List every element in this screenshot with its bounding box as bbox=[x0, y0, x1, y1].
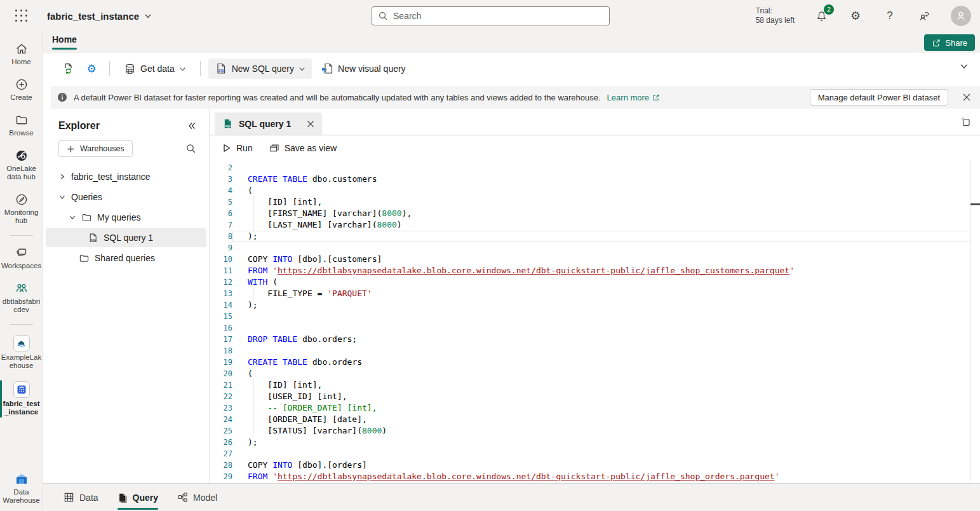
view-tab-data[interactable]: Data bbox=[64, 484, 98, 511]
get-data-button[interactable]: Get data bbox=[117, 58, 192, 79]
share-icon bbox=[932, 38, 941, 48]
nav-home[interactable]: Home bbox=[0, 38, 43, 70]
code-line[interactable]: 24 [ORDER_DATE] [date], bbox=[210, 414, 980, 425]
tree-item-warehouse[interactable]: fabric_test_instance bbox=[46, 167, 206, 186]
play-icon bbox=[222, 144, 231, 153]
ribbon-toolbar: ⚙ Get data SQL New SQL query New visual … bbox=[43, 53, 980, 85]
query-settings-button[interactable]: ⚙ bbox=[81, 58, 102, 79]
share-button[interactable]: Share bbox=[924, 34, 975, 51]
code-line[interactable]: 16 bbox=[210, 322, 980, 334]
workspace-title-dropdown[interactable]: fabric_test_instance bbox=[47, 11, 152, 22]
code-line[interactable]: 3CREATE TABLE dbo.customers bbox=[210, 174, 980, 185]
model-diagram-icon bbox=[177, 492, 188, 503]
nav-create[interactable]: Create bbox=[0, 74, 43, 106]
code-line[interactable]: 9 bbox=[210, 242, 980, 254]
chevron-down-icon bbox=[69, 214, 76, 221]
code-line[interactable]: 7 [LAST_NAME] [varchar](8000) bbox=[210, 219, 980, 231]
monitoring-hub-icon bbox=[15, 193, 29, 207]
code-line[interactable]: 21 [ID] [int], bbox=[210, 379, 980, 391]
banner-close-button[interactable] bbox=[962, 93, 971, 102]
tree-item-shared-queries[interactable]: Shared queries bbox=[46, 249, 206, 268]
line-number: 7 bbox=[210, 219, 232, 231]
copy-icon[interactable] bbox=[960, 116, 971, 128]
code-line[interactable]: 12WITH ( bbox=[210, 276, 980, 288]
banner-text: A default Power BI dataset for faster re… bbox=[74, 93, 601, 102]
manage-default-dataset-button[interactable]: Manage default Power BI dataset bbox=[810, 89, 948, 106]
nav-item-fabric-test-instance[interactable]: fabric_test_instance bbox=[0, 378, 43, 420]
tree-item-my-queries[interactable]: My queries bbox=[46, 208, 206, 227]
line-number: 12 bbox=[210, 276, 232, 288]
new-sql-query-button[interactable]: SQL New SQL query bbox=[208, 58, 312, 79]
code-line[interactable]: 10COPY INTO [dbo].[customers] bbox=[210, 254, 980, 265]
save-as-view-button[interactable]: Save as view bbox=[269, 143, 337, 153]
code-line[interactable]: 4( bbox=[210, 185, 980, 196]
code-line[interactable]: 5 [ID] [int], bbox=[210, 196, 980, 208]
settings-button[interactable]: ⚙ bbox=[848, 8, 863, 24]
explorer-panel: Explorer Warehouses fabric_test_instance… bbox=[43, 109, 210, 483]
code-line[interactable]: 13 FILE_TYPE = 'PARQUET' bbox=[210, 288, 980, 299]
tree-item-queries[interactable]: Queries bbox=[46, 187, 206, 207]
help-button[interactable]: ? bbox=[882, 8, 897, 24]
code-line[interactable]: 25 [STATUS] [varchar](8000) bbox=[210, 425, 980, 437]
code-text: FILE_TYPE = 'PARQUET' bbox=[232, 288, 971, 299]
code-line[interactable]: 18 bbox=[210, 345, 980, 357]
nav-monitoring-hub[interactable]: Monitoring hub bbox=[0, 189, 43, 229]
tab-home[interactable]: Home bbox=[52, 34, 77, 50]
notifications-button[interactable]: 2 bbox=[814, 8, 829, 24]
learn-more-link[interactable]: Learn more bbox=[607, 93, 660, 102]
code-line[interactable]: 19CREATE TABLE dbo.orders bbox=[210, 357, 980, 368]
line-number: 18 bbox=[210, 345, 232, 357]
nav-browse[interactable]: Browse bbox=[0, 109, 43, 141]
line-number: 20 bbox=[210, 368, 232, 379]
code-line[interactable]: 29FROM 'https://dbtlabsynapsedatalake.bl… bbox=[210, 471, 980, 482]
code-line[interactable]: 14); bbox=[210, 299, 980, 311]
code-line[interactable]: 26); bbox=[210, 437, 980, 448]
visual-query-icon bbox=[321, 62, 333, 75]
explorer-tree: fabric_test_instance Queries My queries … bbox=[43, 167, 209, 268]
app-launcher-icon[interactable] bbox=[15, 10, 28, 22]
tree-item-sql-query-1[interactable]: SQL SQL query 1 bbox=[46, 228, 206, 247]
close-tab-button[interactable] bbox=[307, 120, 314, 128]
code-line[interactable]: 17DROP TABLE dbo.orders; bbox=[210, 334, 980, 345]
code-line[interactable]: 22 [USER_ID] [int], bbox=[210, 391, 980, 402]
home-icon bbox=[15, 42, 29, 56]
new-warehouse-button[interactable]: Warehouses bbox=[58, 140, 133, 157]
search-icon[interactable] bbox=[186, 144, 196, 154]
code-line[interactable]: 28COPY INTO [dbo].[orders] bbox=[210, 460, 980, 471]
run-button[interactable]: Run bbox=[222, 143, 253, 153]
nav-data-warehouse[interactable]: Data Warehouse bbox=[0, 468, 43, 508]
svg-text:SQL: SQL bbox=[218, 69, 225, 72]
line-number: 3 bbox=[210, 174, 232, 185]
feedback-button[interactable] bbox=[916, 8, 932, 24]
nav-item-examplelakehouse[interactable]: ExampleLakehouse bbox=[0, 331, 43, 374]
view-tab-query[interactable]: Query bbox=[117, 484, 158, 511]
line-number: 13 bbox=[210, 288, 232, 299]
code-line[interactable]: 2 bbox=[210, 162, 980, 174]
code-line[interactable]: 8); bbox=[210, 231, 980, 242]
nav-workspaces[interactable]: Workspaces bbox=[0, 242, 43, 274]
scrollbar[interactable] bbox=[970, 160, 971, 483]
code-text: COPY INTO [dbo].[customers] bbox=[232, 254, 971, 265]
collapse-ribbon-button[interactable] bbox=[960, 62, 969, 71]
code-line[interactable]: 20( bbox=[210, 368, 980, 379]
view-tab-model[interactable]: Model bbox=[177, 484, 217, 511]
code-line[interactable]: 27 bbox=[210, 448, 980, 460]
query-tab-sql-query-1[interactable]: SQL SQL query 1 bbox=[215, 112, 322, 135]
nav-workspace-dbtlabsfabricdev[interactable]: dbtlabsfabricdev bbox=[0, 278, 43, 318]
nav-onelake-data-hub[interactable]: OneLake data hub bbox=[0, 145, 43, 185]
line-number: 16 bbox=[210, 322, 232, 334]
search-input[interactable] bbox=[393, 11, 603, 21]
code-line[interactable]: 6 [FIRST_NAME] [varchar](8000), bbox=[210, 208, 980, 219]
code-line[interactable]: 15 bbox=[210, 311, 980, 322]
refresh-file-button[interactable] bbox=[58, 58, 79, 79]
code-line[interactable]: 11FROM 'https://dbtlabsynapsedatalake.bl… bbox=[210, 265, 980, 276]
account-avatar[interactable] bbox=[951, 6, 971, 26]
new-visual-query-button[interactable]: New visual query bbox=[314, 58, 412, 79]
collapse-panel-icon[interactable] bbox=[187, 121, 196, 130]
query-doc-icon bbox=[117, 493, 128, 503]
code-line[interactable]: 23 -- [ORDER_DATE] [int], bbox=[210, 402, 980, 414]
line-number: 9 bbox=[210, 242, 232, 254]
sql-editor[interactable]: 23CREATE TABLE dbo.customers4(5 [ID] [in… bbox=[210, 160, 980, 483]
sql-file-icon: SQL bbox=[88, 233, 98, 243]
code-text: CREATE TABLE dbo.customers bbox=[232, 174, 971, 185]
